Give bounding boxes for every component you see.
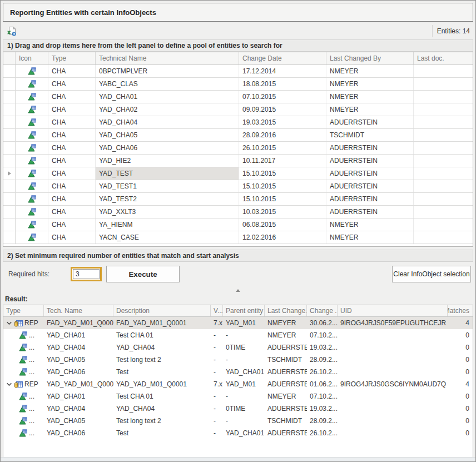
row-selector-cell[interactable] [3, 167, 16, 180]
pool-table-row[interactable]: CHA YAD_CHA05 28.09.2016 TSCHMIDT [3, 129, 473, 142]
row-selector-cell[interactable] [3, 206, 16, 218]
parent-entity-cell: YAD_CHA01 [223, 427, 265, 439]
icon-cell [16, 78, 48, 90]
technical-name-cell[interactable]: YAD_CHA05 [96, 129, 239, 141]
header-change-date[interactable]: Change Date [239, 52, 326, 64]
technical-name-cell[interactable]: YAD_TEST2 [96, 193, 239, 205]
pool-table-row[interactable]: CHA YAD_CHA04 19.03.2015 ADUERRSTEIN [3, 116, 473, 129]
change-date-cell: 06.08.2015 [239, 218, 326, 231]
technical-name-cell[interactable]: YACN_CASE [96, 231, 239, 244]
pool-table-row[interactable]: CHA YACN_CASE 12.02.2016 NMEYER [3, 231, 473, 244]
header-last-doc[interactable]: Last doc. [414, 52, 473, 64]
technical-name-cell[interactable]: 0BPCTMPLVER [96, 65, 239, 77]
result-row-cha[interactable]: ... YAD_CHA01 Test CHA 01 - - NMEYER 07.… [3, 329, 473, 341]
change-date-cell: 01.06.2... [307, 378, 338, 390]
tech-name-cell[interactable]: YAD_CHA04 [44, 403, 113, 415]
row-selector-cell[interactable] [3, 116, 16, 128]
technical-name-cell[interactable]: YAD_CHA01 [96, 91, 239, 103]
last-changed-by-cell: NMEYER [326, 91, 414, 103]
header-icon[interactable]: Icon [16, 52, 48, 64]
tech-name-cell[interactable]: YAD_YAD_M01_Q0001 [44, 378, 113, 390]
pool-table-row[interactable]: CHA YAD_CHA02 09.09.2015 NMEYER [3, 103, 473, 116]
pool-table-row[interactable]: CHA YAD_XXLT3 10.03.2015 ADUERRSTEIN [3, 206, 473, 218]
last-changed-by-cell: NMEYER [326, 218, 414, 231]
technical-name-cell-focused[interactable]: YAD_TEST [96, 167, 239, 180]
header-type[interactable]: Type [48, 52, 96, 64]
technical-name-cell[interactable]: YABC_CLAS [96, 78, 239, 90]
row-selector-cell[interactable] [3, 180, 16, 192]
last-doc-cell [414, 91, 473, 103]
chevron-down-icon[interactable] [6, 381, 12, 388]
header-type[interactable]: Type [3, 305, 44, 316]
header-last-changed-by[interactable]: Last Changed By [326, 52, 414, 64]
row-selector-cell[interactable] [3, 91, 16, 103]
technical-name-cell[interactable]: YAD_TEST1 [96, 180, 239, 192]
result-row-cha[interactable]: ... YAD_CHA05 Test long text 2 - - TSCHM… [3, 354, 473, 366]
tech-name-cell[interactable]: FAD_YAD_M01_Q0001 [44, 317, 113, 329]
pool-table-row[interactable]: CHA YAD_TEST1 15.10.2015 ADUERRSTEIN [3, 180, 473, 193]
icon-cell [16, 116, 48, 128]
tech-name-cell[interactable]: YAD_CHA01 [44, 390, 113, 403]
execute-button[interactable]: Execute [106, 266, 180, 282]
tech-name-cell[interactable]: YAD_CHA05 [44, 415, 113, 427]
row-marker-icon [7, 171, 12, 176]
row-selector-cell[interactable] [3, 103, 16, 116]
header-technical-name[interactable]: Technical Name [96, 52, 239, 64]
row-selector-cell[interactable] [3, 129, 16, 141]
tech-name-cell[interactable]: YAD_CHA04 [44, 341, 113, 354]
row-selector-cell[interactable] [3, 65, 16, 77]
tech-name-cell[interactable]: YAD_CHA01 [44, 329, 113, 341]
tech-name-cell[interactable]: YAD_CHA05 [44, 354, 113, 366]
header-uid[interactable]: UID [338, 305, 448, 316]
row-selector-cell[interactable] [3, 218, 16, 231]
row-selector-cell[interactable] [3, 155, 16, 167]
pool-table-row[interactable]: CHA YA_HIENM 06.08.2015 NMEYER [3, 218, 473, 231]
export-to-excel-button[interactable] [5, 24, 18, 38]
pool-table-row[interactable]: CHA 0BPCTMPLVER 17.12.2014 NMEYER [3, 65, 473, 78]
result-row-rep-selected[interactable]: REP FAD_YAD_M01_Q0001 FAD_YAD_M01_Q0001 … [3, 317, 473, 329]
result-row-rep[interactable]: REP YAD_YAD_M01_Q0001 YAD_YAD_M01_Q0001 … [3, 378, 473, 390]
icon-cell [16, 129, 48, 141]
header-version[interactable]: V... [211, 305, 223, 316]
app-window: Reporting Entities with certain InfoObje… [0, 0, 476, 462]
clear-infoobject-selection-button[interactable]: Clear InfoObject selection [392, 266, 471, 282]
last-changed-by-cell: NMEYER [326, 231, 414, 244]
result-row-cha[interactable]: ... YAD_CHA04 YAD_CHA04 - 0TIME ADUERRST… [3, 403, 473, 415]
pool-table-row-selected[interactable]: CHA YAD_TEST 15.10.2015 ADUERRSTEIN [3, 167, 473, 180]
characteristic-icon [18, 343, 27, 352]
result-row-cha[interactable]: ... YAD_CHA04 YAD_CHA04 - 0TIME ADUERRST… [3, 341, 473, 354]
technical-name-cell[interactable]: YAD_CHA04 [96, 116, 239, 128]
row-selector-cell[interactable] [3, 142, 16, 154]
required-hits-input[interactable] [73, 269, 100, 279]
row-selector-cell[interactable] [3, 78, 16, 90]
characteristic-icon [18, 367, 27, 376]
pool-table-row[interactable]: CHA YAD_TEST2 15.10.2015 ADUERRSTEIN [3, 193, 473, 206]
tech-name-cell[interactable]: YAD_CHA06 [44, 366, 113, 378]
technical-name-cell[interactable]: YAD_HIE2 [96, 155, 239, 167]
result-row-cha[interactable]: ... YAD_CHA01 Test CHA 01 - - NMEYER 07.… [3, 390, 473, 403]
pool-table-row[interactable]: CHA YAD_CHA06 26.10.2015 ADUERRSTEIN [3, 142, 473, 155]
header-matches[interactable]: Matches [448, 305, 473, 316]
pool-table-row[interactable]: CHA YABC_CLAS 18.08.2015 NMEYER [3, 78, 473, 91]
window-bottom-strip [1, 457, 475, 461]
result-row-cha[interactable]: ... YAD_CHA06 Test - YAD_CHA01 ADUERRSTE… [3, 366, 473, 378]
result-row-cha[interactable]: ... YAD_CHA05 Test long text 2 - - TSCHM… [3, 415, 473, 427]
result-row-cha[interactable]: ... YAD_CHA06 Test - YAD_CHA01 ADUERRSTE… [3, 427, 473, 439]
technical-name-cell[interactable]: YAD_XXLT3 [96, 206, 239, 218]
header-parent-entity[interactable]: Parent entity [223, 305, 265, 316]
header-change-date[interactable]: Change ... [307, 305, 338, 316]
header-tech-name[interactable]: Tech. Name [44, 305, 113, 316]
row-selector-cell[interactable] [3, 193, 16, 205]
pool-table-row[interactable]: CHA YAD_CHA01 07.10.2015 NMEYER [3, 91, 473, 103]
technical-name-cell[interactable]: YAD_CHA06 [96, 142, 239, 154]
tech-name-cell[interactable]: YAD_CHA06 [44, 427, 113, 439]
splitter-handle[interactable] [3, 286, 473, 294]
change-date-cell: 07.10.2015 [239, 91, 326, 103]
row-selector-cell[interactable] [3, 231, 16, 244]
technical-name-cell[interactable]: YAD_CHA02 [96, 103, 239, 116]
header-last-changed[interactable]: Last Change... [265, 305, 307, 316]
chevron-down-icon[interactable] [6, 320, 12, 326]
pool-table-row[interactable]: CHA YAD_HIE2 10.11.2017 ADUERRSTEIN [3, 155, 473, 167]
technical-name-cell[interactable]: YA_HIENM [96, 218, 239, 231]
header-description[interactable]: Description [113, 305, 211, 316]
